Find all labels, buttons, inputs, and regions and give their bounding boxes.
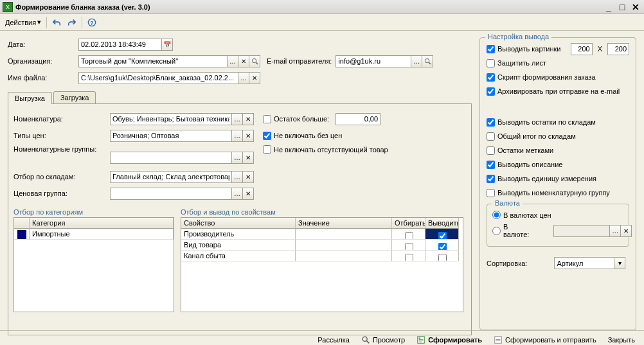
svg-point-2	[252, 58, 256, 62]
table-row[interactable]: Вид товара	[181, 240, 463, 251]
help-button[interactable]: ?	[85, 16, 99, 29]
pricegroup-clear-button[interactable]: ✕	[243, 188, 254, 200]
nomen-input[interactable]	[110, 113, 232, 125]
org-input[interactable]	[78, 55, 228, 67]
stock-marks-checkbox[interactable]	[487, 146, 495, 155]
nomengroups-input[interactable]	[110, 152, 232, 164]
pricetypes-select-button[interactable]: …	[232, 130, 243, 142]
table-row[interactable]: Импортные	[14, 229, 174, 240]
form-button[interactable]: Сформировать	[413, 334, 486, 346]
currency-clear-button[interactable]: ✕	[621, 225, 632, 237]
select-checkbox[interactable]	[405, 243, 413, 251]
svg-line-5	[429, 62, 431, 64]
curr-prices-radio[interactable]	[492, 211, 501, 219]
balance-input[interactable]	[335, 113, 380, 125]
actions-menu[interactable]: Действия ▾	[3, 17, 44, 28]
cat-section-title: Отбор по категориям	[13, 208, 174, 216]
curr-prices-label: В валютах цен	[503, 211, 551, 219]
email-search-button[interactable]	[422, 55, 433, 67]
nomengroups-select-button[interactable]: …	[232, 152, 243, 164]
nomissing-checkbox[interactable]	[263, 145, 271, 154]
svg-point-4	[425, 58, 429, 62]
undo-button[interactable]	[49, 16, 64, 29]
cat-col-check	[14, 218, 30, 229]
svg-rect-10	[419, 339, 424, 340]
filename-clear-button[interactable]: ✕	[249, 72, 260, 84]
bywarehouse-select-button[interactable]: …	[232, 171, 243, 183]
pricetypes-input[interactable]	[110, 130, 232, 142]
curr-in-radio[interactable]	[492, 227, 501, 235]
pricegroup-select-button[interactable]: …	[232, 188, 243, 200]
bywarehouse-clear-button[interactable]: ✕	[243, 171, 254, 183]
chevron-down-icon: ▾	[37, 18, 41, 26]
pricegroup-label: Ценовая группа:	[13, 190, 110, 197]
showpics-checkbox[interactable]	[487, 45, 495, 53]
tab-import[interactable]: Загрузка	[53, 91, 96, 103]
stock-by-wh-checkbox[interactable]	[487, 118, 495, 127]
table-row[interactable]: Канал сбыта	[181, 251, 463, 261]
filename-label: Имя файла:	[8, 74, 78, 82]
nomengroups-clear-button[interactable]: ✕	[243, 152, 254, 164]
script-checkbox[interactable]	[487, 73, 495, 82]
minimize-button[interactable]: _	[603, 2, 614, 12]
stock-marks-label: Остатки метками	[497, 146, 553, 154]
titlebar: X Формирование бланка заказа (ver. 3.0) …	[0, 0, 644, 14]
filename-select-button[interactable]: …	[238, 72, 249, 84]
svg-line-7	[367, 341, 370, 343]
prop-section-title: Отбор и вывод по свойствам	[181, 208, 463, 216]
balance-checkbox[interactable]	[263, 115, 271, 123]
mailing-button[interactable]: Рассылка	[314, 335, 353, 345]
window-controls: _ □ ✕	[603, 2, 641, 12]
svg-line-3	[256, 62, 258, 64]
protect-checkbox[interactable]	[487, 59, 495, 67]
select-checkbox[interactable]	[405, 232, 413, 240]
redo-button[interactable]	[65, 16, 79, 29]
currency-select-button[interactable]: …	[610, 225, 621, 237]
select-checkbox[interactable]	[405, 254, 413, 261]
output-checkbox[interactable]	[438, 243, 447, 251]
filename-input[interactable]	[78, 72, 238, 84]
email-input[interactable]	[335, 55, 411, 67]
show-nomengroup-label: Выводить номенклатурную группу	[497, 189, 610, 197]
pricetypes-clear-button[interactable]: ✕	[243, 130, 254, 142]
nomen-select-button[interactable]: …	[232, 113, 243, 125]
show-unit-checkbox[interactable]	[487, 175, 495, 183]
org-clear-button[interactable]: ✕	[238, 55, 249, 67]
total-by-wh-checkbox[interactable]	[487, 132, 495, 141]
date-input[interactable]	[78, 39, 162, 51]
pricegroup-input[interactable]	[110, 188, 232, 200]
preview-button[interactable]: Просмотр	[357, 334, 409, 346]
nopriceskip-checkbox[interactable]	[263, 132, 271, 140]
archive-checkbox[interactable]	[487, 87, 495, 96]
nomen-clear-button[interactable]: ✕	[243, 113, 254, 125]
email-select-button[interactable]: …	[411, 55, 422, 67]
form-and-send-button[interactable]: Сформировать и отправить	[490, 334, 600, 346]
output-checkbox[interactable]	[438, 254, 447, 261]
script-label: Скрипт формирования заказа	[497, 73, 596, 81]
close-form-button[interactable]: Закрыть	[604, 335, 639, 345]
maximize-button[interactable]: □	[616, 2, 628, 12]
currency-input	[553, 225, 610, 237]
property-table[interactable]: Свойство Значение Отбирать Выводить Прои…	[181, 217, 463, 312]
prop-col-val: Значение	[296, 218, 392, 229]
date-picker-button[interactable]: 📅	[162, 39, 173, 51]
pic-width-input[interactable]	[571, 43, 593, 55]
category-table[interactable]: Категория Импортные	[13, 217, 174, 312]
pic-height-input[interactable]	[607, 43, 629, 55]
show-desc-checkbox[interactable]	[487, 161, 495, 169]
bywarehouse-input[interactable]	[110, 171, 232, 183]
sort-dropdown-button[interactable]: ▾	[614, 257, 625, 269]
sort-input[interactable]	[554, 257, 614, 269]
org-select-button[interactable]: …	[228, 55, 238, 67]
email-label: E-mail отправителя:	[267, 57, 332, 65]
show-nomengroup-checkbox[interactable]	[487, 189, 495, 197]
window-title: Формирование бланка заказа (ver. 3.0)	[15, 3, 603, 11]
table-row[interactable]: Производитель	[181, 229, 463, 240]
app-icon: X	[3, 2, 13, 12]
org-search-button[interactable]	[249, 55, 260, 67]
show-unit-label: Выводить единицу измерения	[497, 175, 596, 182]
tab-export[interactable]: Выгрузка	[8, 92, 52, 104]
archive-label: Архивировать при отправке на e-mail	[497, 87, 620, 95]
output-checkbox[interactable]	[438, 232, 447, 240]
close-button[interactable]: ✕	[630, 2, 641, 12]
